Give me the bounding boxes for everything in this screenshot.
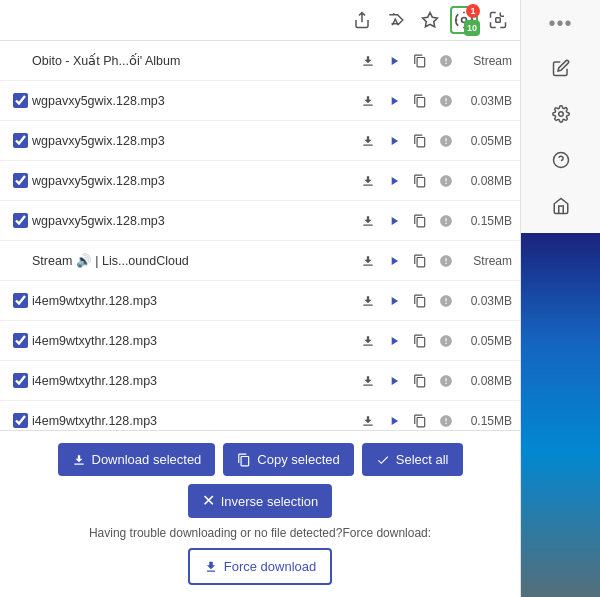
file-checkbox[interactable] (13, 293, 28, 308)
select-all-button[interactable]: Select all (362, 443, 463, 476)
block-icon[interactable] (435, 210, 457, 232)
file-name: i4em9wtxythr.128.mp3 (32, 294, 357, 308)
download-selected-button[interactable]: Download selected (58, 443, 216, 476)
inverse-selection-button[interactable]: ✕ Inverse selection (188, 484, 333, 518)
play-icon[interactable] (383, 50, 405, 72)
puzzle-icon[interactable] (484, 6, 512, 34)
share-icon[interactable] (348, 6, 376, 34)
file-actions (357, 50, 457, 72)
checkbox-cell (8, 213, 32, 228)
main-panel: 1 10 Obito - Xuất Ph...ối' AlbumStreamwg… (0, 0, 520, 597)
play-icon[interactable] (383, 90, 405, 112)
copy-icon[interactable] (409, 370, 431, 392)
file-actions (357, 330, 457, 352)
pencil-sidebar-icon[interactable] (546, 53, 576, 83)
download-icon[interactable] (357, 170, 379, 192)
force-text: Having trouble downloading or no file de… (89, 526, 431, 540)
copy-icon[interactable] (409, 330, 431, 352)
checkbox-cell (8, 373, 32, 388)
force-section: Having trouble downloading or no file de… (10, 526, 510, 585)
copy-icon[interactable] (409, 50, 431, 72)
copy-icon[interactable] (409, 130, 431, 152)
file-actions (357, 90, 457, 112)
file-name: wgpavxy5gwix.128.mp3 (32, 134, 357, 148)
checkbox-cell (8, 173, 32, 188)
block-icon[interactable] (435, 410, 457, 431)
download-icon[interactable] (357, 50, 379, 72)
gear-sidebar-icon[interactable] (546, 99, 576, 129)
copy-icon[interactable] (409, 170, 431, 192)
force-download-label: Force download (224, 559, 317, 574)
star-icon[interactable] (416, 6, 444, 34)
play-icon[interactable] (383, 170, 405, 192)
sidebar-image (521, 233, 600, 597)
file-checkbox[interactable] (13, 173, 28, 188)
copy-icon[interactable] (409, 210, 431, 232)
file-size-label: 0.15MB (457, 414, 512, 428)
extension-icon[interactable]: 1 10 (450, 6, 478, 34)
download-icon[interactable] (357, 250, 379, 272)
file-size-label: 0.03MB (457, 294, 512, 308)
file-row: i4em9wtxythr.128.mp30.03MB (0, 281, 520, 321)
block-icon[interactable] (435, 330, 457, 352)
file-row: Stream 🔊 | Lis...oundCloudStream (0, 241, 520, 281)
home-sidebar-icon[interactable] (546, 191, 576, 221)
copy-icon[interactable] (409, 290, 431, 312)
block-icon[interactable] (435, 130, 457, 152)
block-icon[interactable] (435, 370, 457, 392)
file-row: i4em9wtxythr.128.mp30.08MB (0, 361, 520, 401)
red-badge: 1 (466, 4, 480, 18)
block-icon[interactable] (435, 50, 457, 72)
translate-icon[interactable] (382, 6, 410, 34)
file-name: i4em9wtxythr.128.mp3 (32, 334, 357, 348)
file-size-label: 0.05MB (457, 134, 512, 148)
file-checkbox[interactable] (13, 133, 28, 148)
file-name: wgpavxy5gwix.128.mp3 (32, 214, 357, 228)
block-icon[interactable] (435, 250, 457, 272)
play-icon[interactable] (383, 250, 405, 272)
file-size-label: 0.08MB (457, 174, 512, 188)
inverse-selection-label: Inverse selection (221, 494, 319, 509)
checkbox-cell (8, 333, 32, 348)
primary-buttons-row: Download selected Copy selected Select a… (10, 443, 510, 476)
play-icon[interactable] (383, 330, 405, 352)
file-checkbox[interactable] (13, 93, 28, 108)
play-icon[interactable] (383, 290, 405, 312)
sidebar-top: ••• (521, 0, 600, 41)
file-size-label: 0.15MB (457, 214, 512, 228)
file-checkbox[interactable] (13, 373, 28, 388)
inverse-row: ✕ Inverse selection (10, 484, 510, 518)
play-icon[interactable] (383, 130, 405, 152)
svg-rect-2 (496, 18, 501, 23)
copy-icon[interactable] (409, 410, 431, 431)
right-sidebar: ••• (520, 0, 600, 597)
block-icon[interactable] (435, 90, 457, 112)
checkbox-cell (8, 413, 32, 428)
file-actions (357, 250, 457, 272)
play-icon[interactable] (383, 370, 405, 392)
force-download-button[interactable]: Force download (188, 548, 333, 585)
file-checkbox[interactable] (13, 213, 28, 228)
download-icon[interactable] (357, 290, 379, 312)
question-sidebar-icon[interactable] (546, 145, 576, 175)
download-icon[interactable] (357, 130, 379, 152)
play-icon[interactable] (383, 210, 405, 232)
copy-icon[interactable] (409, 250, 431, 272)
download-icon[interactable] (357, 330, 379, 352)
play-icon[interactable] (383, 410, 405, 431)
download-icon[interactable] (357, 370, 379, 392)
copy-selected-button[interactable]: Copy selected (223, 443, 353, 476)
file-actions (357, 130, 457, 152)
download-icon[interactable] (357, 410, 379, 431)
file-name: wgpavxy5gwix.128.mp3 (32, 94, 357, 108)
copy-icon[interactable] (409, 90, 431, 112)
select-all-label: Select all (396, 452, 449, 467)
block-icon[interactable] (435, 170, 457, 192)
file-row: wgpavxy5gwix.128.mp30.08MB (0, 161, 520, 201)
file-checkbox[interactable] (13, 333, 28, 348)
file-checkbox[interactable] (13, 413, 28, 428)
block-icon[interactable] (435, 290, 457, 312)
file-name: i4em9wtxythr.128.mp3 (32, 414, 357, 428)
download-icon[interactable] (357, 90, 379, 112)
download-icon[interactable] (357, 210, 379, 232)
